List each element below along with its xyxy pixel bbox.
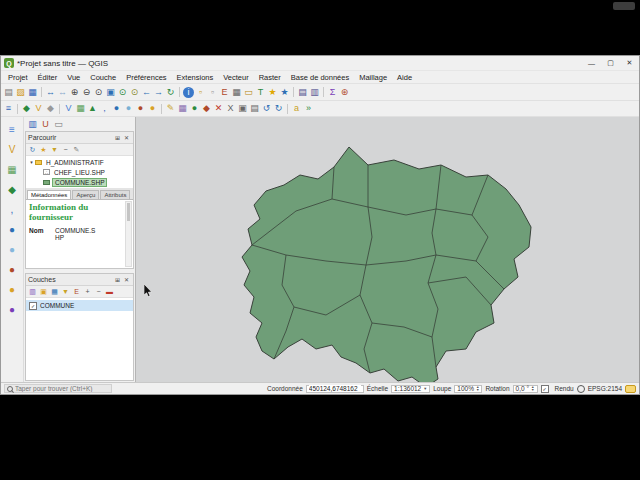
add-raster-layer-icon[interactable]: ▦ bbox=[75, 103, 86, 114]
add-postgis-icon[interactable]: ● bbox=[111, 103, 122, 114]
filter-by-expression-icon[interactable]: E bbox=[72, 287, 81, 296]
zoom-full-icon[interactable]: ▣ bbox=[105, 87, 116, 98]
save-project-icon[interactable]: ▦ bbox=[27, 87, 38, 98]
map-canvas[interactable] bbox=[136, 117, 639, 382]
maximize-button[interactable]: ▢ bbox=[601, 56, 620, 70]
cut-features-icon[interactable]: X bbox=[225, 103, 236, 114]
tab-attributs[interactable]: Attributs bbox=[100, 190, 130, 199]
new-temporary-layer-icon[interactable]: ◆ bbox=[45, 103, 56, 114]
pan-to-selection-icon[interactable]: ↔ bbox=[57, 87, 68, 98]
measure-icon[interactable]: ▭ bbox=[243, 87, 254, 98]
show-bookmarks-icon[interactable]: ★ bbox=[279, 87, 290, 98]
magnifier-spinner[interactable]: 100% ▲▼ bbox=[454, 385, 482, 393]
select-features-icon[interactable]: ▫ bbox=[195, 87, 206, 98]
menu-aide[interactable]: Aide bbox=[392, 73, 417, 82]
close-panel-button[interactable]: ✕ bbox=[122, 134, 131, 141]
menu-preferences[interactable]: Préférences bbox=[121, 73, 171, 82]
messages-icon[interactable] bbox=[625, 385, 636, 393]
menu-couche[interactable]: Couche bbox=[85, 73, 121, 82]
add-wfs-icon[interactable]: ● bbox=[147, 103, 158, 114]
browser-properties-icon[interactable]: ✎ bbox=[72, 145, 81, 154]
float-panel-button[interactable]: ⊞ bbox=[113, 276, 122, 283]
collapse-all-layers-icon[interactable]: − bbox=[94, 287, 103, 296]
paste-features-icon[interactable]: ▤ bbox=[249, 103, 260, 114]
map-tips-icon[interactable]: T bbox=[255, 87, 266, 98]
redo-icon[interactable]: ↻ bbox=[273, 103, 284, 114]
browser-item-chef-lieu-shp[interactable]: ∴CHEF_LIEU.SHP bbox=[26, 167, 133, 177]
open-layer-styling-icon[interactable]: ▥ bbox=[28, 287, 37, 296]
menu-editer[interactable]: Éditer bbox=[33, 73, 63, 82]
refresh-icon[interactable]: ↻ bbox=[165, 87, 176, 98]
add-favorite-icon[interactable]: ★ bbox=[39, 145, 48, 154]
add-xyz-layer-icon[interactable]: ● bbox=[6, 303, 19, 316]
copy-features-icon[interactable]: ▣ bbox=[237, 103, 248, 114]
statistics-icon[interactable]: Σ bbox=[327, 87, 338, 98]
zoom-to-selection-icon[interactable]: ⊙ bbox=[117, 87, 128, 98]
snapping-toolbar-icon[interactable]: U bbox=[40, 119, 51, 130]
menu-vue[interactable]: Vue bbox=[62, 73, 85, 82]
zoom-in-icon[interactable]: ⊕ bbox=[69, 87, 80, 98]
filter-browser-icon[interactable]: ▼ bbox=[50, 145, 59, 154]
add-mesh-layer-icon[interactable]: ◆ bbox=[6, 183, 19, 196]
tab-apercu[interactable]: Aperçu bbox=[72, 190, 99, 199]
browser-item-commune-shp[interactable]: COMMUNE.SHP bbox=[26, 177, 133, 187]
add-postgis-layers-icon[interactable]: ● bbox=[6, 223, 19, 236]
spinner-arrows-icon[interactable]: ▲▼ bbox=[531, 386, 534, 392]
browser-item-h-administratif[interactable]: ▾H_ADMINISTRATIF bbox=[26, 157, 133, 167]
zoom-to-layer-icon[interactable]: ⊙ bbox=[129, 87, 140, 98]
identify-features-icon[interactable]: i bbox=[183, 87, 194, 98]
open-data-source-manager-icon[interactable]: ≡ bbox=[6, 123, 19, 136]
vertex-tool-icon[interactable]: ◆ bbox=[201, 103, 212, 114]
rotation-spinner[interactable]: 0,0 ° ▲▼ bbox=[513, 385, 538, 393]
processing-toolbox-icon[interactable]: ⊛ bbox=[339, 87, 350, 98]
layer-visibility-checkbox[interactable]: ✓ bbox=[29, 302, 37, 310]
close-button[interactable]: ✕ bbox=[620, 56, 639, 70]
add-mesh-layer-icon[interactable]: ▲ bbox=[87, 103, 98, 114]
pan-map-icon[interactable]: ↔ bbox=[45, 87, 56, 98]
scrollbar-thumb[interactable] bbox=[127, 203, 130, 221]
open-attribute-table-icon[interactable]: ▦ bbox=[231, 87, 242, 98]
labeling-icon[interactable]: a bbox=[291, 103, 302, 114]
add-raster-layer-icon[interactable]: ▦ bbox=[6, 163, 19, 176]
menu-raster[interactable]: Raster bbox=[254, 73, 286, 82]
zoom-last-icon[interactable]: ← bbox=[141, 87, 152, 98]
new-project-icon[interactable]: ▤ bbox=[3, 87, 14, 98]
add-wms-layer-icon[interactable]: ● bbox=[6, 283, 19, 296]
toggle-editing-icon[interactable]: ✎ bbox=[165, 103, 176, 114]
close-panel-button[interactable]: ✕ bbox=[122, 276, 131, 283]
float-panel-button[interactable]: ⊞ bbox=[113, 134, 122, 141]
refresh-browser-icon[interactable]: ↻ bbox=[28, 145, 37, 154]
add-delimited-text-layer-icon[interactable]: , bbox=[6, 203, 19, 216]
add-spatialite-icon[interactable]: ● bbox=[123, 103, 134, 114]
add-delimited-text-icon[interactable]: , bbox=[99, 103, 110, 114]
style-manager-icon[interactable]: ▥ bbox=[27, 119, 38, 130]
menu-projet[interactable]: Projet bbox=[3, 73, 33, 82]
zoom-native-icon[interactable]: ⊙ bbox=[93, 87, 104, 98]
add-vector-layer-icon[interactable]: V bbox=[6, 143, 19, 156]
undo-icon[interactable]: ↺ bbox=[261, 103, 272, 114]
data-source-manager-icon[interactable]: ≡ bbox=[3, 103, 14, 114]
scale-combobox[interactable]: 1:136012 ▼ bbox=[391, 385, 430, 393]
python-console-icon[interactable]: » bbox=[303, 103, 314, 114]
add-mssql-layer-icon[interactable]: ● bbox=[6, 263, 19, 276]
deselect-features-icon[interactable]: ▫ bbox=[207, 87, 218, 98]
minimize-button[interactable]: — bbox=[582, 56, 601, 70]
save-edits-icon[interactable]: ▦ bbox=[177, 103, 188, 114]
crs-status[interactable]: EPSG:2154 bbox=[588, 385, 622, 392]
menu-base-de-donnees[interactable]: Base de données bbox=[286, 73, 354, 82]
layer-row-commune[interactable]: ✓COMMUNE bbox=[26, 300, 133, 311]
new-bookmark-icon[interactable]: ★ bbox=[267, 87, 278, 98]
menu-extensions[interactable]: Extensions bbox=[172, 73, 219, 82]
add-spatialite-layer-icon[interactable]: ● bbox=[6, 243, 19, 256]
new-geopackage-layer-icon[interactable]: ◆ bbox=[21, 103, 32, 114]
tab-metadonnees[interactable]: Métadonnées bbox=[27, 190, 71, 199]
menu-maillage[interactable]: Maillage bbox=[354, 73, 392, 82]
layout-manager-icon[interactable]: ▥ bbox=[309, 87, 320, 98]
manage-map-themes-icon[interactable]: ▦ bbox=[50, 287, 59, 296]
open-project-icon[interactable]: ▨ bbox=[15, 87, 26, 98]
remove-layer-icon[interactable]: ▬ bbox=[105, 287, 114, 296]
add-group-icon[interactable]: ▣ bbox=[39, 287, 48, 296]
annotations-toolbar-icon[interactable]: ▭ bbox=[53, 119, 64, 130]
communes-map[interactable] bbox=[136, 127, 639, 382]
menu-vecteur[interactable]: Vecteur bbox=[218, 73, 253, 82]
